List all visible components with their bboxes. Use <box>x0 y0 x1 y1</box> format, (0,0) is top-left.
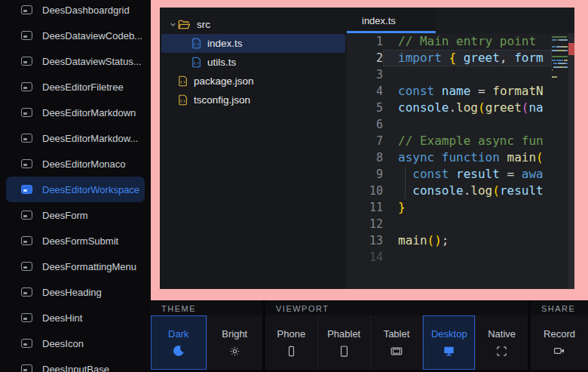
tree-row-index-ts[interactable]: index.ts <box>161 34 345 53</box>
workspace-component: srcindex.tsutils.tspackage.jsontsconfig.… <box>160 8 574 289</box>
line-number: 9 <box>347 166 383 183</box>
sidebar-item-deesdataviewstatus[interactable]: DeesDataviewStatus... <box>6 48 145 74</box>
sidebar-item-deesdashboardgrid[interactable]: DeesDashboardgrid <box>6 0 145 23</box>
tree-row-utils-ts[interactable]: utils.ts <box>161 53 345 72</box>
desktop-icon <box>443 345 455 357</box>
minimap-segment <box>565 63 568 64</box>
line-number: 4 <box>347 83 383 100</box>
code-token: console <box>398 100 449 115</box>
code-token: const <box>398 84 434 98</box>
code-line-12[interactable]: 12 <box>347 216 552 232</box>
sidebar-item-label: DeesEditorMonaco <box>42 158 126 170</box>
tree-item-label: utils.ts <box>207 57 236 68</box>
code-token: ( <box>492 183 500 198</box>
sidebar-item-label: DeesIcon <box>42 338 84 349</box>
component-icon-inner <box>23 266 27 269</box>
code-line-6[interactable]: 6 <box>347 116 552 133</box>
component-icon <box>21 287 32 297</box>
native-button[interactable]: Native <box>476 315 528 370</box>
code-line-4[interactable]: 4const name = formatN <box>347 83 552 100</box>
minimap-segment <box>552 56 568 57</box>
code-token: async <box>398 150 434 164</box>
code-line-3[interactable]: 3 <box>347 66 552 83</box>
tree-item-label: index.ts <box>207 38 243 49</box>
code-line-10[interactable]: 10 console.log(result <box>347 183 552 199</box>
component-icon <box>21 313 32 322</box>
editor: index.ts 1// Main entry point2import { g… <box>347 8 574 289</box>
phone-icon <box>286 345 297 357</box>
toolbar-section-title: THEME <box>151 300 262 315</box>
code-token <box>434 150 442 164</box>
minimap-segment <box>556 76 557 78</box>
tablet-button[interactable]: Tablet <box>371 315 424 370</box>
minimap-segment <box>553 66 559 68</box>
line-content: import { greet, form <box>383 50 552 66</box>
code-token: greet <box>464 51 500 65</box>
phablet-icon <box>338 345 350 357</box>
code-token <box>456 51 464 65</box>
code-line-5[interactable]: 5console.log(greet(na <box>347 100 552 116</box>
component-icon-inner <box>23 292 27 295</box>
toolbar-buttons: PhonePhabletTabletDesktopNative <box>265 315 528 370</box>
sidebar-item-deesform[interactable]: DeesForm <box>6 202 145 228</box>
line-number: 12 <box>347 216 383 232</box>
tree-row-package-json[interactable]: package.json <box>161 72 345 91</box>
component-icon-inner <box>23 318 27 321</box>
code-editor[interactable]: 1// Main entry point2import { greet, for… <box>347 33 574 289</box>
code-token: result <box>500 183 544 198</box>
code-token: // Main entry point <box>398 34 536 48</box>
phablet-button[interactable]: Phablet <box>318 315 371 370</box>
line-content: const result = awa <box>383 166 552 183</box>
chevron-down-icon[interactable] <box>167 20 178 29</box>
code-token: { <box>449 51 456 65</box>
sidebar-item-deeshint[interactable]: DeesHint <box>6 305 145 330</box>
sidebar-item-deeseditormarkdown[interactable]: DeesEditorMarkdown <box>6 100 145 125</box>
editor-scrollbar[interactable] <box>568 33 574 289</box>
sidebar-item-deeseditorfiletree[interactable]: DeesEditorFiletree <box>6 74 145 100</box>
sidebar-item-deesicon[interactable]: DeesIcon <box>6 330 145 356</box>
tree-row-tsconfig-json[interactable]: tsconfig.json <box>161 91 345 109</box>
code-line-2[interactable]: 2import { greet, form <box>347 50 552 66</box>
code-token: greet <box>485 100 522 115</box>
tab-index-ts[interactable]: index.ts <box>347 8 436 33</box>
toolbar-section-title: VIEWPORT <box>265 300 528 315</box>
code-line-1[interactable]: 1// Main entry point <box>347 33 552 50</box>
sidebar-item-deesformsubmit[interactable]: DeesFormSubmit <box>6 228 145 254</box>
phone-button[interactable]: Phone <box>265 315 318 370</box>
sidebar-item-deesdataviewcodeb[interactable]: DeesDataviewCodeb... <box>6 23 145 48</box>
sidebar-item-deesformattingmenu[interactable]: DeesFormattingMenu <box>6 254 145 279</box>
record-button[interactable]: Record <box>531 315 588 370</box>
component-icon <box>21 339 32 348</box>
component-icon <box>21 185 32 194</box>
line-content <box>383 66 552 83</box>
desktop-button[interactable]: Desktop <box>423 315 476 370</box>
code-line-8[interactable]: 8async function main( <box>347 149 552 166</box>
code-line-14[interactable]: 14 <box>347 249 552 266</box>
code-line-11[interactable]: 11} <box>347 199 552 216</box>
code-line-13[interactable]: 13main(); <box>347 232 552 249</box>
button-label: Phone <box>277 328 306 340</box>
minimap-segment <box>566 50 568 51</box>
moon-icon <box>173 345 185 357</box>
json-file-icon <box>178 75 188 87</box>
sidebar-item-deesheading[interactable]: DeesHeading <box>6 279 145 305</box>
code-token <box>434 84 442 98</box>
minimap-line <box>552 46 568 48</box>
code-line-7[interactable]: 7// Example async fun <box>347 133 552 149</box>
tree-row-src[interactable]: src <box>161 15 345 34</box>
dark-button[interactable]: Dark <box>151 315 207 370</box>
code-line-9[interactable]: 9 const result = awa <box>347 166 552 183</box>
sidebar-item-deeseditorworkspace[interactable]: DeesEditorWorkspace <box>6 177 145 202</box>
line-content <box>383 116 552 133</box>
button-label: Native <box>488 328 516 340</box>
code-token: ( <box>427 233 435 247</box>
line-number: 1 <box>347 33 383 50</box>
sidebar-item-deeseditormarkdow[interactable]: DeesEditorMarkdow... <box>6 125 145 151</box>
sidebar-item-deesinputbase[interactable]: DeesInputBase <box>6 356 145 372</box>
bright-button[interactable]: Bright <box>207 315 263 370</box>
minimap[interactable] <box>552 36 568 82</box>
code-token: ( <box>478 100 485 115</box>
sidebar-item-label: DeesFormattingMenu <box>42 261 136 272</box>
sidebar-item-deeseditormonaco[interactable]: DeesEditorMonaco <box>6 151 145 177</box>
line-number: 11 <box>347 199 383 216</box>
